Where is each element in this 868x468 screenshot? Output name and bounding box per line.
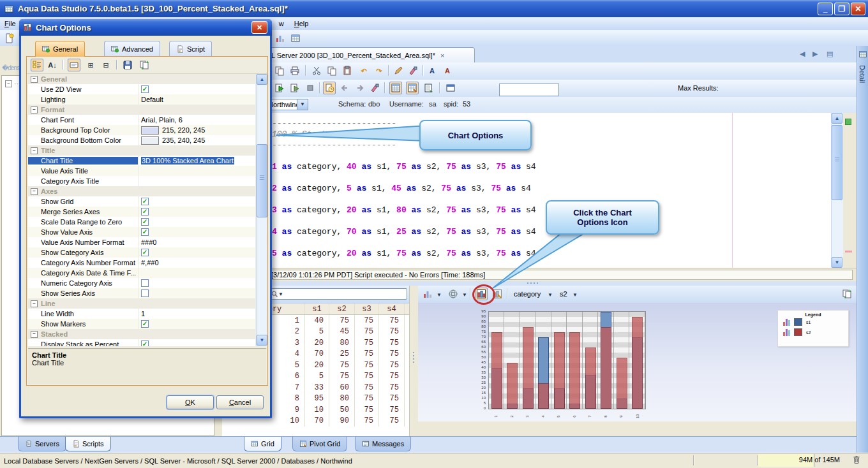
section-collapse-icon[interactable]: − (31, 300, 38, 307)
property-row[interactable]: Value Axis Title (28, 166, 255, 176)
paste-icon[interactable] (342, 66, 352, 76)
column-header[interactable]: s4 (379, 303, 405, 314)
property-row[interactable]: Category Axis Date & Time F... (28, 268, 255, 278)
bar-s2[interactable] (538, 383, 549, 409)
lowercase-icon[interactable]: A (443, 66, 453, 76)
categorized-view-icon[interactable] (32, 60, 42, 70)
cut-icon[interactable] (311, 66, 322, 76)
uppercase-icon[interactable]: A (428, 66, 438, 76)
chevron-down-icon[interactable]: ▼ (297, 99, 308, 110)
scrollbar-thumb[interactable] (832, 125, 842, 200)
checkbox[interactable]: ✓ (141, 208, 149, 216)
chart-3d-icon[interactable] (448, 289, 458, 299)
property-row[interactable]: Value Axis Number Format###0 (28, 237, 255, 247)
stop-icon[interactable] (305, 83, 315, 93)
section-row[interactable]: −Line (28, 298, 255, 309)
editor-scrollbar[interactable]: ▲ ▼ (831, 113, 843, 268)
tab-advanced[interactable]: Advanced (104, 41, 160, 57)
property-row[interactable]: Merge Series Axes✓ (28, 207, 255, 217)
bar-s2[interactable] (554, 332, 565, 409)
section-collapse-icon[interactable]: − (31, 331, 38, 338)
table-icon[interactable] (290, 33, 301, 43)
prop-scrollbar-thumb[interactable] (257, 144, 267, 217)
property-value[interactable]: ✓ (138, 227, 255, 237)
column-header[interactable]: s1 (305, 303, 329, 314)
new-file-icon[interactable] (4, 33, 14, 43)
menu-help[interactable]: Help (294, 20, 309, 27)
property-row[interactable]: Use 2D View✓ (28, 84, 255, 94)
property-value[interactable]: 1 (138, 309, 255, 319)
prop-scroll-down-icon[interactable]: ▼ (257, 335, 267, 346)
checkbox[interactable]: ✓ (141, 228, 149, 236)
text-results-icon[interactable] (424, 83, 434, 93)
tab-next-icon[interactable]: ▶ (812, 50, 818, 58)
property-row[interactable]: Line Width1 (28, 309, 255, 319)
bar-s2[interactable] (632, 317, 643, 409)
x-field-dropdown[interactable]: category (514, 290, 541, 298)
property-row[interactable]: Show Grid✓ (28, 196, 255, 207)
redo-icon[interactable]: ↷ (373, 64, 385, 77)
checkbox[interactable] (141, 289, 149, 297)
spool-icon[interactable] (370, 83, 380, 93)
checkbox[interactable]: ✓ (141, 85, 149, 93)
sort-az-icon[interactable]: A↓ (46, 59, 59, 71)
checkbox[interactable]: ✓ (141, 198, 149, 205)
search-input[interactable]: ▼ (268, 288, 407, 300)
property-value[interactable]: ###0 (138, 237, 255, 247)
menu-file[interactable]: File (4, 20, 16, 27)
horizontal-splitter[interactable] (222, 281, 857, 286)
property-value[interactable] (138, 176, 255, 186)
property-value[interactable]: ✓ (138, 84, 255, 94)
maximize-button[interactable]: ❐ (834, 3, 849, 15)
property-value[interactable]: #,##0 (138, 258, 255, 268)
property-value[interactable]: ✓ (138, 196, 255, 207)
section-row[interactable]: −General (28, 74, 255, 84)
section-collapse-icon[interactable]: − (31, 76, 38, 83)
expand-all-icon[interactable]: ⊞ (84, 59, 97, 71)
auto-commit-icon[interactable] (324, 83, 334, 93)
max-results-input[interactable] (499, 84, 559, 96)
property-value[interactable]: Arial, Plain, 6 (138, 115, 255, 125)
property-row[interactable]: Chart Title3D 100% Stacked Area Chart (28, 156, 255, 166)
scroll-up-icon[interactable]: ▲ (832, 113, 842, 124)
memory-gauge[interactable]: 94M of 145M (758, 454, 844, 467)
property-row[interactable]: Scale Data Range to Zero✓ (28, 217, 255, 227)
bar-s2[interactable] (491, 332, 502, 409)
property-grid-scrollbar[interactable]: ▲ ▼ (256, 74, 267, 346)
load-icon[interactable] (139, 60, 149, 70)
bar-s2[interactable] (601, 327, 611, 409)
section-collapse-icon[interactable]: − (31, 188, 38, 195)
grid-results-icon[interactable] (391, 83, 401, 93)
section-collapse-icon[interactable]: − (31, 106, 38, 113)
vertical-splitter[interactable] (409, 286, 419, 436)
tab-script[interactable]: Script (169, 41, 212, 57)
column-header[interactable]: s3 (355, 303, 379, 314)
menu-window-partial[interactable]: w (279, 20, 284, 27)
section-row[interactable]: −Format (28, 105, 255, 115)
property-value[interactable]: 3D 100% Stacked Area Chart (138, 156, 255, 166)
trash-icon[interactable] (851, 455, 862, 465)
save-icon[interactable] (123, 60, 133, 70)
highlight-icon[interactable] (408, 66, 419, 76)
property-grid[interactable]: −GeneralUse 2D View✓LightingDefault−Form… (28, 74, 255, 346)
property-value[interactable] (138, 278, 255, 288)
tab-prev-icon[interactable]: ◀ (800, 50, 805, 58)
property-value[interactable] (138, 166, 255, 176)
property-value[interactable]: ✓ (138, 319, 255, 329)
y-field-dropdown[interactable]: s2 (560, 290, 567, 298)
tab-list-icon[interactable]: ▤ (827, 50, 833, 58)
property-row[interactable]: Category Axis Number Format#,##0 (28, 258, 255, 268)
tab-close-icon[interactable]: × (440, 52, 444, 59)
chart-export-icon[interactable] (842, 289, 852, 299)
bar-s2[interactable] (617, 358, 627, 409)
property-row[interactable]: Show Category Axis✓ (28, 247, 255, 258)
rollback-icon[interactable] (355, 83, 365, 93)
format-icon[interactable] (393, 66, 403, 76)
detail-side-tab[interactable]: Detail (857, 46, 868, 453)
property-value[interactable] (138, 288, 255, 298)
section-row[interactable]: −Stacked (28, 329, 255, 339)
bar-s2[interactable] (523, 327, 534, 409)
chart-3d-caret-icon[interactable]: ▼ (462, 292, 467, 298)
property-row[interactable]: LightingDefault (28, 94, 255, 105)
x-field-caret-icon[interactable]: ▼ (548, 292, 553, 298)
